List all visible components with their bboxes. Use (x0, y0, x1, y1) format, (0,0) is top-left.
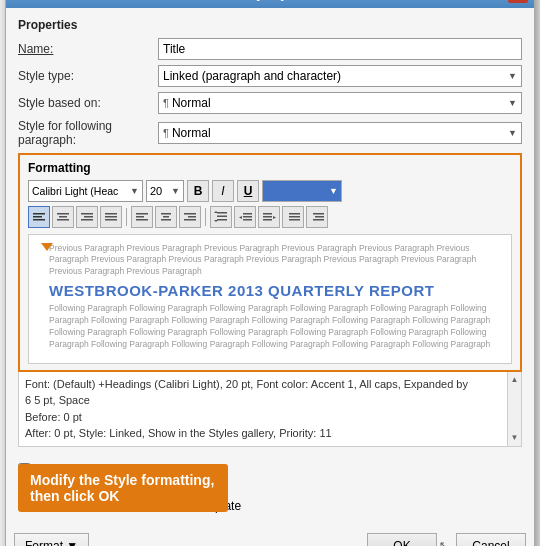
toolbar-divider-2 (205, 208, 206, 226)
style-type-row: Style type: Linked (paragraph and charac… (18, 65, 522, 87)
align-center-button[interactable] (52, 206, 74, 228)
svg-rect-16 (163, 216, 169, 218)
left-indent-marker (45, 243, 48, 355)
svg-rect-6 (81, 213, 93, 215)
indent-icon (311, 212, 324, 222)
svg-rect-4 (59, 216, 67, 218)
svg-rect-19 (188, 216, 196, 218)
style-type-label: Style type: (18, 69, 158, 83)
align-right-icon (81, 212, 93, 222)
svg-rect-5 (57, 219, 69, 221)
dialog-title: Modify Style (36, 0, 484, 1)
align-right2-icon (184, 212, 196, 222)
svg-rect-8 (81, 219, 93, 221)
title-bar-right: ? ✕ (484, 0, 528, 3)
close-button[interactable]: ✕ (508, 0, 528, 3)
desc-line1: Font: (Default) +Headings (Calibri Light… (25, 376, 499, 393)
style-based-select[interactable]: ¶ Normal ▼ (158, 92, 522, 114)
indent-increase-button[interactable] (258, 206, 280, 228)
style-type-arrow: ▼ (508, 71, 517, 81)
indent-button[interactable] (306, 206, 328, 228)
name-row: Name: (18, 38, 522, 60)
font-size-select[interactable]: 20 ▼ (146, 180, 184, 202)
ok-cursor-icon: ↖ (439, 539, 448, 546)
buttons-row: Format ▼ ➜ OK ↖ Cancel (6, 527, 534, 547)
svg-rect-14 (136, 219, 148, 221)
indent-increase-icon (263, 212, 276, 222)
svg-rect-10 (105, 216, 117, 218)
title-bar: Modify Style ? ✕ (6, 0, 534, 8)
format-button[interactable]: Format ▼ (14, 533, 89, 547)
svg-rect-38 (315, 216, 324, 218)
outdent-icon (287, 212, 300, 222)
align-left2-button[interactable] (131, 206, 153, 228)
description-text: Font: (Default) +Headings (Calibri Light… (25, 376, 515, 442)
bold-button[interactable]: B (187, 180, 209, 202)
scroll-up-icon[interactable]: ▲ (511, 374, 519, 386)
line-spacing-icon (214, 211, 228, 222)
svg-rect-1 (33, 216, 42, 218)
dialog-body: Properties Name: Style type: Linked (par… (6, 8, 534, 457)
align-left2-icon (136, 212, 148, 222)
modify-style-dialog: Modify Style ? ✕ Properties Name: Style … (5, 0, 535, 546)
properties-label: Properties (18, 18, 522, 32)
help-button[interactable]: ? (484, 0, 504, 3)
name-input[interactable] (158, 38, 522, 60)
svg-rect-27 (243, 216, 252, 218)
toolbar-divider-1 (126, 208, 127, 226)
preview-content: Previous Paragraph Previous Paragraph Pr… (39, 243, 501, 351)
style-following-row: Style for following paragraph: ¶ Normal … (18, 119, 522, 147)
bottom-wrapper: Automatically update Only in this docume… (6, 457, 534, 547)
style-following-select[interactable]: ¶ Normal ▼ (158, 122, 522, 144)
color-swatch (266, 184, 326, 198)
desc-line2: 6 5 pt, Space (25, 392, 499, 409)
ok-cancel-area: ➜ OK ↖ Cancel (367, 533, 526, 547)
preview-area: Previous Paragraph Previous Paragraph Pr… (28, 234, 512, 364)
font-name-select[interactable]: Calibri Light (Heac ▼ (28, 180, 143, 202)
align-right-button[interactable] (76, 206, 98, 228)
para-mark-based: ¶ (163, 97, 169, 109)
scroll-down-icon[interactable]: ▼ (511, 432, 519, 444)
font-size-arrow: ▼ (171, 186, 180, 196)
align-left-button[interactable] (28, 206, 50, 228)
svg-rect-15 (161, 213, 171, 215)
svg-rect-31 (263, 216, 272, 218)
desc-line4: After: 0 pt, Style: Linked, Show in the … (25, 425, 499, 442)
cancel-button[interactable]: Cancel (456, 533, 526, 547)
align-justify-icon (105, 212, 117, 222)
svg-rect-32 (263, 219, 272, 221)
indent-decrease-button[interactable] (234, 206, 256, 228)
style-based-arrow: ▼ (508, 98, 517, 108)
name-label: Name: (18, 42, 158, 56)
font-name-arrow: ▼ (130, 186, 139, 196)
align-center2-button[interactable] (155, 206, 177, 228)
svg-rect-11 (105, 219, 117, 221)
font-name-value: Calibri Light (Heac (32, 185, 118, 197)
para-mark-following: ¶ (163, 127, 169, 139)
font-color-button[interactable]: ▼ (262, 180, 342, 202)
style-based-row: Style based on: ¶ Normal ▼ (18, 92, 522, 114)
svg-rect-22 (217, 216, 227, 218)
svg-rect-7 (84, 216, 93, 218)
formatting-label: Formatting (28, 161, 512, 175)
underline-button[interactable]: U (237, 180, 259, 202)
style-following-label: Style for following paragraph: (18, 119, 158, 147)
line-spacing-button[interactable] (210, 206, 232, 228)
svg-rect-3 (57, 213, 69, 215)
description-scrollbar[interactable]: ▲ ▼ (507, 372, 521, 446)
ok-button[interactable]: OK (367, 533, 437, 547)
preview-previous-paragraph: Previous Paragraph Previous Paragraph Pr… (49, 243, 501, 279)
svg-rect-21 (217, 212, 227, 214)
svg-rect-34 (289, 213, 300, 215)
svg-rect-30 (263, 213, 272, 215)
svg-marker-33 (273, 216, 276, 219)
style-type-select[interactable]: Linked (paragraph and character) ▼ (158, 65, 522, 87)
svg-rect-20 (184, 219, 196, 221)
svg-rect-35 (289, 216, 300, 218)
italic-button[interactable]: I (212, 180, 234, 202)
align-justify-button[interactable] (100, 206, 122, 228)
svg-rect-13 (136, 216, 144, 218)
svg-rect-39 (313, 219, 324, 221)
align-right2-button[interactable] (179, 206, 201, 228)
outdent-button[interactable] (282, 206, 304, 228)
